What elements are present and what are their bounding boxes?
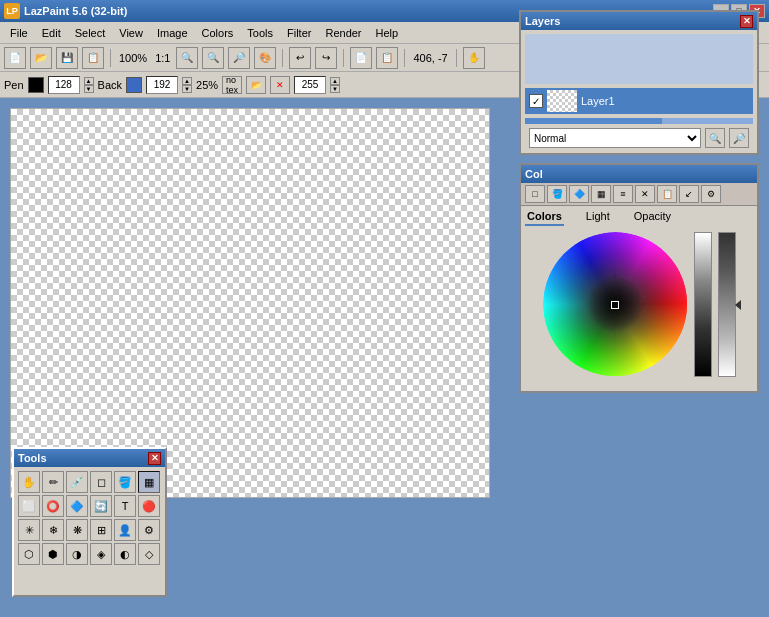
tool-fill[interactable]: 🪣 (114, 471, 136, 493)
new-button[interactable]: 📄 (4, 47, 26, 69)
tool-grid[interactable]: ⊞ (90, 519, 112, 541)
tab-opacity[interactable]: Opacity (632, 208, 673, 226)
col-tool-2[interactable]: 🪣 (547, 185, 567, 203)
tool-poly[interactable]: 🔷 (66, 495, 88, 517)
zoom-fit-button[interactable]: 🔎 (228, 47, 250, 69)
layer-thumbnail (547, 90, 577, 112)
opacity-spin-down[interactable]: ▼ (330, 85, 340, 93)
tool-darken[interactable]: ◈ (90, 543, 112, 565)
col-tool-5[interactable]: ≡ (613, 185, 633, 203)
tool-eyedropper[interactable]: 💉 (66, 471, 88, 493)
back-spinner[interactable]: ▲ ▼ (182, 77, 192, 93)
blend-mode-select[interactable]: Normal Multiply Screen Overlay (529, 128, 701, 148)
back-spin-down[interactable]: ▼ (182, 85, 192, 93)
tool-lighten[interactable]: ◑ (66, 543, 88, 565)
tools-close-button[interactable]: ✕ (148, 452, 161, 465)
tool-star[interactable]: ✳ (18, 519, 40, 541)
opacity-input[interactable] (294, 76, 326, 94)
tool-rect-select[interactable]: ⬜ (18, 495, 40, 517)
copy-button[interactable]: 📄 (350, 47, 372, 69)
back-value-input[interactable] (146, 76, 178, 94)
menu-select[interactable]: Select (69, 25, 112, 41)
menu-file[interactable]: File (4, 25, 34, 41)
col-tool-1[interactable]: □ (525, 185, 545, 203)
tool-flower[interactable]: ❋ (66, 519, 88, 541)
paste-button[interactable]: 📋 (376, 47, 398, 69)
zoom-out-button[interactable]: 🔍 (176, 47, 198, 69)
layers-title: Layers (525, 15, 560, 27)
tool-eraser[interactable]: ◻ (90, 471, 112, 493)
layer-visibility-check[interactable]: ✓ (529, 94, 543, 108)
tool-ellipse[interactable]: ⭕ (42, 495, 64, 517)
tool-hand[interactable]: ✋ (18, 471, 40, 493)
layers-content: ✓ Layer1 Normal Multiply Screen Overlay … (521, 30, 757, 156)
open-tex-button[interactable]: 📂 (246, 76, 266, 94)
tool-blur[interactable]: ⬡ (18, 543, 40, 565)
zoom-ratio: 1:1 (153, 52, 172, 64)
menu-edit[interactable]: Edit (36, 25, 67, 41)
col-tool-8[interactable]: ↙ (679, 185, 699, 203)
zoom-in-button[interactable]: 🔍 (202, 47, 224, 69)
pen-value-input[interactable] (48, 76, 80, 94)
tool-smudge[interactable]: ⚙ (138, 519, 160, 541)
colors-panel: Col □ 🪣 🔷 ▦ ≡ ✕ 📋 ↙ ⚙ Colors Light Opaci… (519, 163, 759, 393)
col-tool-9[interactable]: ⚙ (701, 185, 721, 203)
menu-tools[interactable]: Tools (241, 25, 279, 41)
open-button[interactable]: 📂 (30, 47, 52, 69)
pen-spin-up[interactable]: ▲ (84, 77, 94, 85)
tool-gradient[interactable]: ▦ (138, 471, 160, 493)
undo-button[interactable]: ↩ (289, 47, 311, 69)
opacity-strip[interactable] (718, 232, 736, 377)
col-tool-6[interactable]: ✕ (635, 185, 655, 203)
tool-red-eye[interactable]: 🔴 (138, 495, 160, 517)
canvas-container[interactable] (10, 108, 490, 498)
opacity-arrow (735, 300, 741, 310)
tool-saturate[interactable]: ◐ (114, 543, 136, 565)
color-wheel[interactable] (543, 232, 688, 377)
pen-color-swatch[interactable] (28, 77, 44, 93)
tool-pencil[interactable]: ✏ (42, 471, 64, 493)
menu-image[interactable]: Image (151, 25, 194, 41)
toolbar-sep-3 (343, 49, 344, 67)
light-strip[interactable] (694, 232, 712, 377)
layers-title-bar: Layers ✕ (521, 12, 757, 30)
pen-spin-down[interactable]: ▼ (84, 85, 94, 93)
opacity-spinner[interactable]: ▲ ▼ (330, 77, 340, 93)
save-as-button[interactable]: 📋 (82, 47, 104, 69)
col-tool-3[interactable]: 🔷 (569, 185, 589, 203)
menu-help[interactable]: Help (370, 25, 405, 41)
clear-tex-button[interactable]: ✕ (270, 76, 290, 94)
menu-render[interactable]: Render (319, 25, 367, 41)
tool-sharpen[interactable]: ⬢ (42, 543, 64, 565)
tool-text[interactable]: T (114, 495, 136, 517)
tool-extra[interactable]: ◇ (138, 543, 160, 565)
zoom-value: 25% (196, 79, 218, 91)
no-tex-icon[interactable]: notex (222, 76, 242, 94)
hand-tool-button[interactable]: ✋ (463, 47, 485, 69)
pen-spinner[interactable]: ▲ ▼ (84, 77, 94, 93)
opacity-spin-up[interactable]: ▲ (330, 77, 340, 85)
save-button[interactable]: 💾 (56, 47, 78, 69)
menu-view[interactable]: View (113, 25, 149, 41)
tab-light[interactable]: Light (584, 208, 612, 226)
toolbar-sep-4 (404, 49, 405, 67)
back-color-swatch[interactable] (126, 77, 142, 93)
col-tool-7[interactable]: 📋 (657, 185, 677, 203)
color-mode-button[interactable]: 🎨 (254, 47, 276, 69)
zoom-out-layer-btn[interactable]: 🔍 (705, 128, 725, 148)
redo-button[interactable]: ↪ (315, 47, 337, 69)
tab-colors[interactable]: Colors (525, 208, 564, 226)
menu-filter[interactable]: Filter (281, 25, 317, 41)
tool-person[interactable]: 👤 (114, 519, 136, 541)
color-wheel-cursor (611, 301, 619, 309)
tool-lasso[interactable]: 🔄 (90, 495, 112, 517)
menu-colors[interactable]: Colors (196, 25, 240, 41)
layers-close-button[interactable]: ✕ (740, 15, 753, 28)
tool-snowflake[interactable]: ❄ (42, 519, 64, 541)
back-spin-up[interactable]: ▲ (182, 77, 192, 85)
title-bar-left: LP LazPaint 5.6 (32-bit) (4, 3, 127, 19)
back-label: Back (98, 79, 122, 91)
zoom-in-layer-btn[interactable]: 🔎 (729, 128, 749, 148)
layer-row[interactable]: ✓ Layer1 (525, 88, 753, 114)
col-tool-4[interactable]: ▦ (591, 185, 611, 203)
